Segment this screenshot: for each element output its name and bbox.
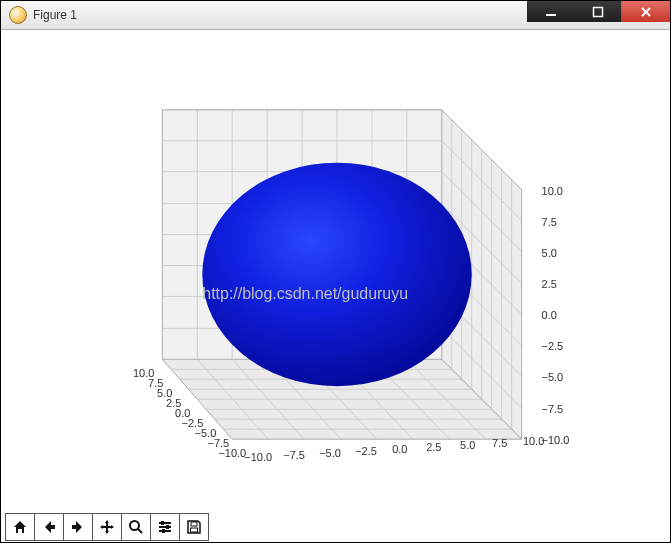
sliders-icon	[157, 519, 173, 535]
window-controls	[527, 1, 670, 22]
y-tick: −2.5	[355, 445, 377, 457]
save-button[interactable]	[179, 513, 209, 541]
sphere-surface	[202, 163, 471, 387]
pan-button[interactable]	[92, 513, 122, 541]
maximize-icon	[592, 6, 604, 18]
svg-rect-62	[166, 525, 169, 529]
mpl-toolbar	[5, 513, 208, 539]
svg-rect-66	[191, 528, 198, 532]
figure-window: Figure 1	[0, 0, 671, 543]
close-button[interactable]	[621, 1, 670, 22]
forward-button[interactable]	[63, 513, 93, 541]
home-icon	[12, 519, 28, 535]
watermark-text: http://blog.csdn.net/guduruyu	[202, 285, 408, 302]
y-tick: 5.0	[460, 439, 475, 451]
titlebar[interactable]: Figure 1	[1, 1, 670, 30]
y-tick: −10.0	[244, 451, 272, 463]
svg-point-57	[130, 521, 139, 530]
y-tick: −7.5	[283, 449, 305, 461]
y-tick: 10.0	[523, 435, 544, 447]
plot-canvas[interactable]: http://blog.csdn.net/guduruyu 10.0 7.5 5…	[2, 30, 669, 509]
z-tick: 0.0	[542, 309, 557, 321]
z-tick: 5.0	[542, 247, 557, 259]
y-tick: 2.5	[426, 441, 441, 453]
app-icon	[9, 6, 27, 24]
window-title: Figure 1	[33, 8, 77, 22]
zoom-button[interactable]	[121, 513, 151, 541]
svg-rect-1	[594, 7, 603, 16]
zoom-icon	[128, 519, 144, 535]
svg-rect-0	[546, 14, 556, 16]
y-tick: 0.0	[392, 443, 407, 455]
minimize-button[interactable]	[527, 1, 574, 22]
y-tick: −5.0	[319, 447, 341, 459]
svg-rect-64	[162, 529, 165, 533]
svg-line-58	[138, 529, 142, 533]
move-icon	[99, 519, 115, 535]
arrow-left-icon	[41, 519, 57, 535]
y-tick: 7.5	[492, 437, 507, 449]
maximize-button[interactable]	[574, 1, 621, 22]
x-tick: −10.0	[218, 447, 246, 459]
save-icon	[186, 519, 202, 535]
back-button[interactable]	[34, 513, 64, 541]
z-tick: 2.5	[542, 278, 557, 290]
z-tick: −10.0	[542, 434, 570, 446]
subplots-button[interactable]	[150, 513, 180, 541]
z-tick: 10.0	[542, 185, 563, 197]
z-tick: −5.0	[542, 371, 564, 383]
z-tick: −7.5	[542, 403, 564, 415]
axes3d: http://blog.csdn.net/guduruyu 10.0 7.5 5…	[2, 30, 669, 509]
svg-rect-60	[161, 521, 164, 525]
minimize-icon	[545, 6, 557, 18]
z-axis-ticks: 10.0 7.5 5.0 2.5 0.0 −2.5 −5.0 −7.5 −10.…	[542, 185, 570, 446]
arrow-right-icon	[70, 519, 86, 535]
z-tick: −2.5	[542, 340, 564, 352]
svg-rect-65	[191, 522, 197, 526]
close-icon	[640, 6, 652, 18]
z-tick: 7.5	[542, 216, 557, 228]
home-button[interactable]	[5, 513, 35, 541]
